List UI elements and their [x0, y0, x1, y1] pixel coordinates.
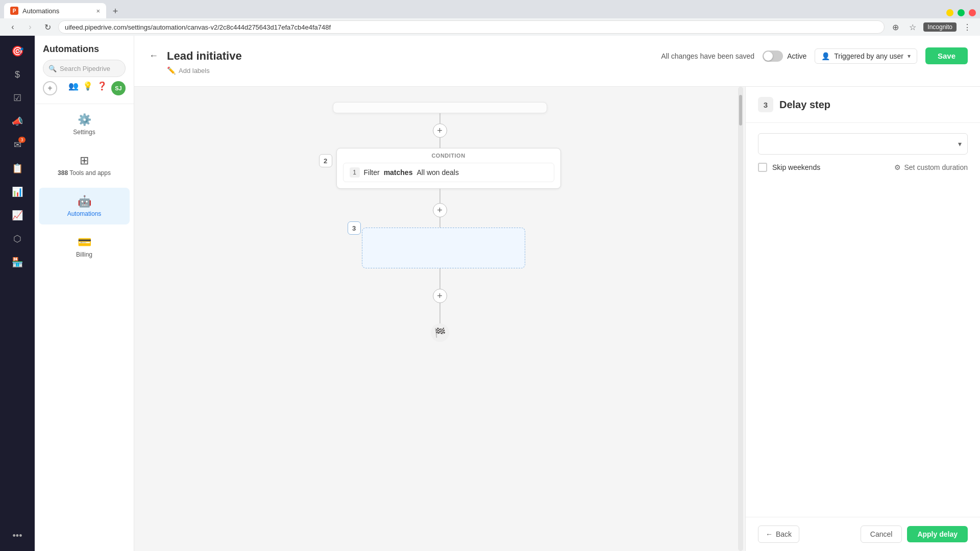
pencil-icon: ✏️	[167, 66, 176, 74]
connector-5	[439, 268, 440, 289]
panel-footer: ← Back Cancel Apply delay	[746, 517, 980, 551]
panel-header: 3 Delay step	[746, 87, 980, 123]
cancel-button[interactable]: Cancel	[861, 525, 902, 543]
search-icon: 🔍	[48, 65, 57, 72]
sidebar-mail-icon[interactable]: ✉ 3	[6, 134, 29, 156]
settings-icon: ⚙️	[78, 113, 91, 127]
panel-step-number: 3	[758, 97, 773, 112]
menu-btn[interactable]: ⋮	[961, 20, 974, 34]
sidebar-chart-icon[interactable]: 📈	[6, 204, 29, 227]
users-icon[interactable]: 👥	[68, 81, 79, 95]
add-btn-2[interactable]: +	[433, 203, 447, 217]
tab-close-icon[interactable]: ×	[96, 7, 100, 15]
canvas-header: ← Lead initiative All changes have been …	[134, 36, 980, 87]
custom-duration-label: Set custom duration	[904, 163, 968, 171]
profile-btn[interactable]: Incognito	[923, 22, 957, 32]
active-toggle[interactable]: Active	[763, 51, 806, 62]
add-btn-3[interactable]: +	[433, 289, 447, 303]
node-3-number: 3	[348, 221, 361, 235]
lightbulb-icon[interactable]: 💡	[83, 81, 93, 95]
browser-extension-btn[interactable]: ⊕	[889, 20, 902, 34]
sidebar-store-icon[interactable]: 🏪	[6, 251, 29, 273]
panel-body: ▾ Skip weekends ⚙ Set custom duration	[746, 123, 980, 517]
node-3-wrapper: 3	[355, 228, 525, 268]
panel-title: Delay step	[779, 99, 830, 111]
nav-forward-button[interactable]: ›	[23, 20, 37, 34]
connector-3	[439, 189, 440, 203]
header-title: Automations	[43, 44, 99, 55]
sidebar-table-icon[interactable]: 📊	[6, 181, 29, 203]
flow-container: + 2 CONDITION 1 Filter matches All won d…	[144, 97, 735, 342]
maximize-button[interactable]	[958, 9, 965, 16]
address-bar[interactable]: uifeed.pipedrive.com/settings/automation…	[58, 20, 885, 34]
nav-item-tools[interactable]: ⊞ 388 Tools and apps	[39, 147, 130, 184]
filter-row: 1 Filter matches All won deals	[343, 163, 554, 182]
back-footer-button[interactable]: ← Back	[758, 525, 799, 543]
new-tab-button[interactable]: +	[108, 4, 122, 18]
right-panel: 3 Delay step ▾ Skip weekends	[745, 87, 980, 551]
save-button[interactable]: Save	[925, 47, 968, 64]
duration-select[interactable]	[758, 133, 968, 155]
gear-icon: ⚙	[894, 163, 901, 171]
tools-icon: ⊞	[80, 154, 89, 167]
header-add-btn[interactable]: +	[43, 81, 57, 95]
flow-canvas: + 2 CONDITION 1 Filter matches All won d…	[134, 87, 745, 551]
condition-node[interactable]: CONDITION 1 Filter matches All won deals	[336, 148, 561, 189]
canvas-area: ← Lead initiative All changes have been …	[134, 36, 980, 551]
settings-label: Settings	[73, 129, 95, 136]
sidebar-megaphone-icon[interactable]: 📣	[6, 110, 29, 133]
triggered-by-label: Triggered by any user	[834, 52, 903, 60]
connector-2	[439, 138, 440, 148]
toggle-switch[interactable]	[763, 51, 783, 62]
sidebar-check-icon[interactable]: ☑	[6, 87, 29, 109]
sidebar-money-icon[interactable]: $	[6, 63, 29, 86]
close-button[interactable]	[969, 9, 976, 16]
browser-tab[interactable]: P Automations ×	[4, 3, 106, 18]
sidebar-cube-icon[interactable]: ⬡	[6, 228, 29, 250]
matches-text: matches	[384, 168, 413, 177]
user-icon: 👤	[821, 52, 830, 60]
filter-number: 1	[350, 167, 360, 178]
sidebar-home-icon[interactable]: 🎯	[6, 40, 29, 62]
minimize-button[interactable]	[946, 9, 953, 16]
end-flag: 🏁	[431, 323, 449, 342]
avatar[interactable]: SJ	[111, 81, 126, 95]
tools-label: 388 Tools and apps	[58, 169, 111, 177]
duration-select-wrapper[interactable]: ▾	[758, 133, 968, 155]
nav-refresh-button[interactable]: ↻	[41, 20, 54, 34]
add-labels-button[interactable]: Add labels	[179, 67, 210, 74]
vertical-scrollbar[interactable]	[738, 87, 743, 551]
automations-icon: 🤖	[78, 195, 91, 208]
custom-duration-button[interactable]: ⚙ Set custom duration	[894, 163, 968, 171]
nav-item-settings[interactable]: ⚙️ Settings	[39, 106, 130, 143]
add-btn-1[interactable]: +	[433, 123, 447, 138]
nav-back-button[interactable]: ‹	[6, 20, 19, 34]
nav-item-automations[interactable]: 🤖 Automations	[39, 188, 130, 224]
billing-icon: 💳	[78, 236, 91, 249]
connector-4	[439, 217, 440, 228]
header-search[interactable]: 🔍 Search Pipedrive	[43, 60, 126, 77]
saved-status: All changes have been saved	[661, 52, 754, 60]
mail-badge: 3	[18, 137, 26, 143]
chevron-down-icon: ▾	[908, 53, 911, 60]
skip-weekends-checkbox[interactable]	[758, 163, 767, 172]
browser-chrome: P Automations × + ‹ › ↻ uifeed.pipedrive…	[0, 0, 980, 36]
skip-weekends-row: Skip weekends ⚙ Set custom duration	[758, 163, 968, 172]
sidebar-calendar-icon[interactable]: 📋	[6, 157, 29, 180]
nav-item-billing[interactable]: 💳 Billing	[39, 229, 130, 265]
sidebar-more-icon[interactable]: •••	[6, 524, 29, 547]
triggered-by-button[interactable]: 👤 Triggered by any user ▾	[815, 48, 917, 64]
back-label: Back	[776, 530, 792, 538]
app-header: Automations 🔍 Search Pipedrive + 👥 💡 ❓ S…	[35, 44, 134, 104]
billing-label: Billing	[76, 251, 92, 258]
delay-node[interactable]	[362, 228, 525, 268]
tab-title: Automations	[22, 7, 59, 15]
bookmark-btn[interactable]: ☆	[906, 20, 919, 34]
connector-1	[439, 113, 440, 123]
search-placeholder: Search Pipedrive	[60, 65, 110, 72]
apply-delay-button[interactable]: Apply delay	[907, 526, 968, 542]
condition-label: CONDITION	[343, 153, 554, 159]
scroll-thumb[interactable]	[739, 95, 742, 126]
help-icon[interactable]: ❓	[97, 81, 107, 95]
back-button[interactable]: ←	[146, 49, 161, 63]
